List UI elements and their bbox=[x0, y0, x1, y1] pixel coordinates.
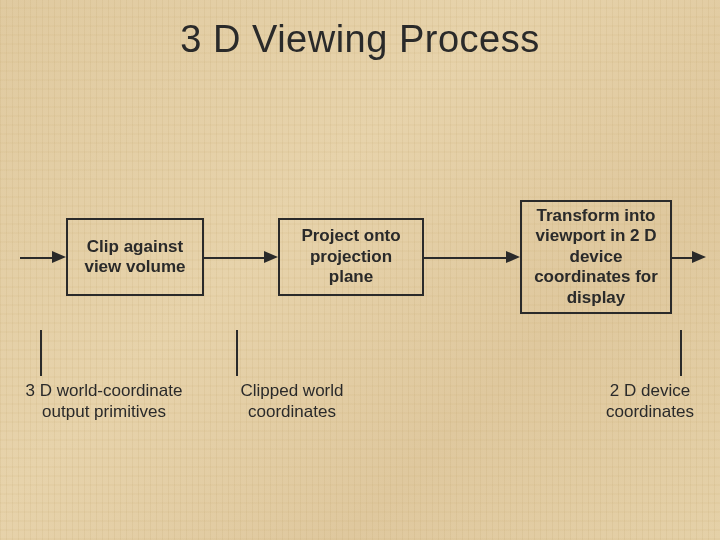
label-world-primitives: 3 D world-coordinate output primitives bbox=[4, 380, 204, 423]
tick-1 bbox=[40, 330, 42, 376]
arrow-2-3 bbox=[424, 257, 506, 259]
arrow-1-2 bbox=[204, 257, 264, 259]
arrow-head-3 bbox=[506, 251, 520, 263]
box-transform: Transform into viewport in 2 D device co… bbox=[520, 200, 672, 314]
tick-2 bbox=[236, 330, 238, 376]
slide-title: 3 D Viewing Process bbox=[0, 18, 720, 61]
box-clip: Clip against view volume bbox=[66, 218, 204, 296]
label-device-coords: 2 D device coordinates bbox=[586, 380, 714, 423]
arrow-out-3 bbox=[672, 257, 692, 259]
arrow-head-2 bbox=[264, 251, 278, 263]
box-project: Project onto projection plane bbox=[278, 218, 424, 296]
arrow-in-1 bbox=[20, 257, 52, 259]
tick-3 bbox=[680, 330, 682, 376]
label-clipped-world: Clipped world coordinates bbox=[222, 380, 362, 423]
arrow-head-1 bbox=[52, 251, 66, 263]
arrow-head-4 bbox=[692, 251, 706, 263]
